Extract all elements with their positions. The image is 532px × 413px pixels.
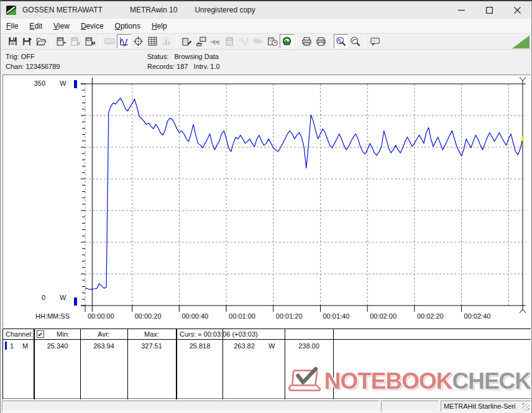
meter-live-button[interactable] (280, 34, 294, 48)
save-data-icon (22, 36, 32, 47)
notebookcheck-watermark: NOTEBOOK CHECK (285, 362, 531, 399)
table-divider (34, 329, 35, 399)
channel-color-marker (5, 342, 7, 350)
toolbar-separator (99, 35, 100, 48)
table-view-button[interactable] (145, 34, 160, 48)
meter-live-icon (282, 36, 292, 47)
lcd-display-icon: 1257 (104, 36, 115, 47)
table-divider (222, 329, 223, 399)
menu-item-file[interactable]: File (1, 20, 24, 32)
noise-signal-icon (253, 36, 264, 47)
zoom-curve-button[interactable] (348, 34, 362, 48)
device-read-icon (56, 36, 66, 47)
y-axis-min-unit: W (60, 294, 66, 301)
title-brand: GOSSEN METRAWATT (22, 6, 103, 14)
y-axis-max-label: 350 (27, 79, 45, 87)
window-controls (447, 1, 531, 19)
histogram-view-icon (162, 36, 172, 47)
table-divider (127, 329, 128, 399)
print-report-button[interactable] (300, 34, 314, 48)
channel-list: Chan: 123456789 (6, 63, 60, 70)
col-header-avr: Avr: (80, 330, 127, 338)
svg-text:M: M (91, 40, 95, 46)
minimize-button[interactable] (447, 1, 475, 19)
device-offline-button (222, 34, 237, 48)
chart-view-icon (119, 36, 129, 47)
device-read-button[interactable] (54, 34, 68, 48)
data-transfer-button[interactable] (194, 34, 208, 48)
chart-view-button[interactable] (117, 34, 131, 48)
open-file-button[interactable] (34, 34, 48, 48)
toolbar-separator (177, 35, 177, 48)
save-icon (7, 36, 18, 47)
zoom-curve-icon (350, 36, 360, 47)
channel-mode: M (22, 342, 28, 350)
app-window: GOSSEN METRAWATT METRAwin 10 Unregistere… (0, 0, 532, 413)
x-tick-label: 00:02:40 (464, 312, 491, 320)
menu-item-options[interactable]: Options (109, 20, 146, 32)
sine-signal-button (237, 34, 251, 48)
title-bar: GOSSEN METRAWATT METRAwin 10 Unregistere… (1, 1, 531, 19)
zoom-signal-button[interactable] (334, 34, 348, 48)
noise-signal-button (251, 34, 265, 48)
comment-button[interactable] (368, 34, 382, 48)
comment-icon (370, 36, 380, 47)
cursor-crosshair-icon (133, 36, 144, 47)
channel-number[interactable]: 1 (10, 342, 14, 350)
device-memory-button[interactable]: M (83, 34, 97, 48)
channel-visible-checkbox[interactable]: ✔ (37, 330, 44, 338)
table-divider (80, 329, 81, 399)
menu-item-edit[interactable]: Edit (24, 20, 48, 32)
toolbar: M1257=f(x) (1, 34, 531, 50)
value-cursor-b: 263.82 (222, 342, 266, 350)
x-tick-label: 00:00:20 (135, 312, 162, 320)
histogram-view-button (160, 34, 174, 48)
toolbar-separator (51, 35, 52, 48)
app-logo-icon (6, 5, 17, 16)
resize-grip[interactable] (522, 403, 530, 411)
value-cursor-delta: 238.00 (285, 342, 333, 350)
data-transfer-icon (196, 36, 206, 47)
menu-item-view[interactable]: View (48, 20, 75, 32)
save-button[interactable] (6, 34, 20, 48)
print-button[interactable] (314, 34, 328, 48)
table-divider (176, 329, 177, 399)
col-header-min: Min: (46, 330, 80, 338)
title-license: Unregistered copy (195, 6, 255, 14)
menu-item-device[interactable]: Device (75, 20, 109, 32)
sine-signal-icon (239, 36, 249, 47)
device-memory-icon: M (85, 36, 95, 47)
print-report-icon (301, 36, 312, 47)
watermark-text-primary: NOTEBOOK (324, 370, 452, 393)
device-clear-button (68, 34, 83, 48)
channel-table: Channel: ✔ Min: Avr: Max: Curs: » 00:03:… (2, 329, 531, 399)
formula-icon: =f(x) (210, 36, 221, 47)
device-config-button[interactable] (180, 34, 194, 48)
notebookcheck-laptop-icon (285, 362, 324, 399)
x-tick-label: 00:01:00 (229, 312, 255, 320)
menu-item-help[interactable]: Help (146, 20, 173, 32)
schedule-button[interactable] (265, 34, 280, 48)
value-cursor-a: 25.818 (177, 342, 222, 350)
col-header-cursors: Curs: » 00:03:06 (+03:03) (180, 330, 258, 338)
x-tick-label: 00:02:00 (370, 312, 397, 320)
chart-plot-area[interactable] (3, 75, 530, 327)
formula-button[interactable]: =f(x) (208, 34, 222, 48)
browsing-status: Status: Browsing Data (147, 53, 219, 60)
lcd-display-button: 1257 (103, 34, 117, 48)
save-data-button[interactable] (20, 34, 34, 48)
cursor-crosshair-button[interactable] (131, 34, 145, 48)
maximize-button[interactable] (475, 1, 503, 19)
schedule-icon (267, 36, 278, 47)
table-header-separator (2, 339, 531, 340)
print-icon (316, 36, 326, 47)
x-tick-label: 00:02:20 (417, 312, 444, 320)
status-bar: METRAHit Starline-Seri (1, 399, 531, 413)
toolbar-separator (365, 35, 365, 48)
value-avr: 263.94 (80, 342, 127, 350)
menu-bar: FileEditViewDeviceOptionsHelp (1, 19, 531, 34)
trigger-status: Trig: OFF (6, 53, 35, 60)
y-axis-min-label: 0 (27, 294, 45, 301)
close-button[interactable] (503, 1, 531, 19)
table-view-icon (147, 36, 158, 47)
